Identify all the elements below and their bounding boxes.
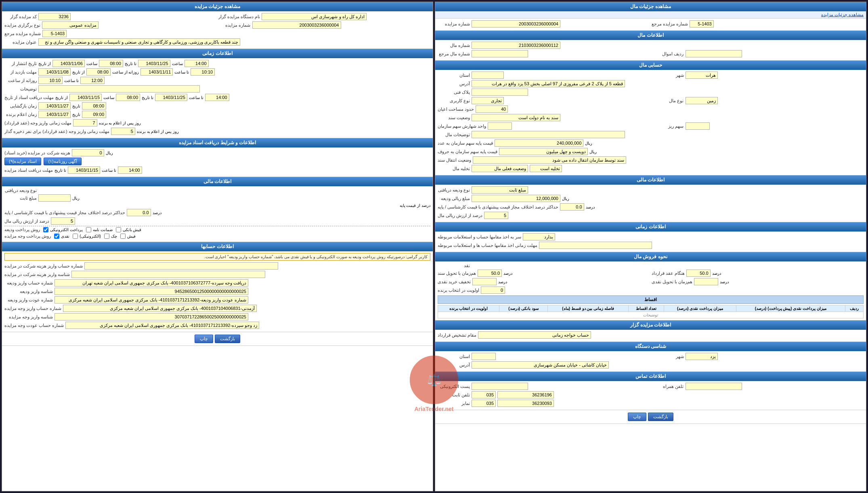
hakam-input[interactable] — [560, 203, 584, 211]
auction-ref-input[interactable] — [690, 20, 714, 27]
mablagh-input[interactable] — [472, 195, 560, 202]
ostad-button[interactable]: استاد مزایده(۹) — [4, 158, 41, 165]
price-base-input[interactable] — [495, 139, 583, 147]
agency-name-input[interactable] — [262, 13, 367, 20]
tarikh-mohlat-from[interactable] — [38, 68, 71, 76]
darsad-arze-input[interactable] — [51, 217, 75, 225]
right-print-button[interactable]: چاپ — [195, 335, 213, 343]
left-print-button[interactable]: چاپ — [628, 413, 646, 421]
tahvil-naghdi-input[interactable] — [694, 278, 718, 285]
namar-input[interactable] — [497, 400, 554, 407]
zaman-eelam-date[interactable] — [38, 111, 71, 118]
namar-code-input[interactable] — [472, 400, 496, 407]
zaman-bargozari-time[interactable] — [82, 102, 106, 110]
ostan-kar-input[interactable] — [472, 353, 496, 360]
hakam-right-input[interactable] — [127, 209, 151, 216]
right-back-button[interactable]: بازگشت — [215, 335, 240, 343]
saat-enteshar-from[interactable] — [99, 60, 123, 67]
auction-type-input[interactable] — [42, 21, 99, 29]
post-elec-input[interactable] — [472, 383, 528, 390]
tell-sabt-input[interactable] — [497, 391, 554, 398]
sahm-sazman-input[interactable] — [488, 122, 512, 130]
pardakht-wajh-electronic-check[interactable] — [73, 234, 78, 239]
vaziat-transfer-input[interactable] — [473, 156, 626, 164]
hesab1-input[interactable] — [84, 262, 278, 270]
ostan-kar-label: استان — [438, 354, 470, 359]
mohlat-variz-input[interactable] — [73, 119, 97, 126]
right-auction-ref-input[interactable] — [42, 30, 67, 37]
nooe-vazife-input[interactable] — [472, 186, 528, 194]
tahliye-input2[interactable] — [530, 165, 562, 172]
agahi-button[interactable]: آگهی روزنامه(۱) — [44, 158, 81, 165]
ref-number-input[interactable] — [472, 20, 560, 27]
saat-enteshar-to[interactable] — [185, 60, 209, 67]
pardakht-fish-check[interactable] — [116, 227, 121, 232]
tahvil-sanad-input[interactable] — [478, 270, 502, 277]
shenase-input[interactable] — [478, 331, 591, 339]
zaman-bargozari-date[interactable] — [38, 102, 71, 110]
breadcrumb-link[interactable]: مشاهده جزئیات مزایده — [821, 12, 864, 17]
pardakht-wajh-check-checkbox[interactable] — [104, 234, 109, 239]
naghd-label: نقد — [438, 263, 470, 268]
hangoam-input[interactable] — [686, 270, 711, 277]
tarikh-mohlat-to[interactable] — [140, 68, 173, 76]
hodood-input[interactable] — [476, 105, 508, 113]
nooe-karbar-input[interactable] — [472, 97, 504, 104]
mohlat-dariyaft2-date[interactable] — [68, 166, 100, 174]
mablagh-sabt-input[interactable] — [38, 194, 71, 202]
tarikh-dariyaft-from[interactable] — [69, 94, 102, 101]
mohlat-input[interactable] — [539, 242, 652, 249]
darsad-from-input[interactable] — [484, 212, 508, 219]
hesab2-input[interactable] — [55, 279, 248, 287]
tell-sabt-code-input[interactable] — [472, 391, 496, 398]
tosih-right-input[interactable] — [38, 85, 200, 93]
nooe-mal-input[interactable] — [686, 97, 718, 104]
pardakht-wajh-naghd-check[interactable] — [54, 234, 59, 239]
shenase2-input[interactable] — [55, 288, 248, 295]
auction-subject-input[interactable] — [38, 38, 240, 46]
rozane-to[interactable] — [80, 77, 105, 84]
address-input[interactable] — [472, 80, 625, 87]
left-back-button[interactable]: بازگشت — [648, 413, 673, 421]
shenase4-input[interactable] — [55, 313, 248, 320]
mohlat-variz-unit: روز پس از اعلام به برنده — [99, 121, 141, 125]
pardakht-wajh-fish-check[interactable] — [120, 234, 126, 239]
hesab3-input[interactable] — [55, 296, 248, 303]
rozane-from[interactable] — [38, 77, 63, 84]
saat-dariyaft-from[interactable] — [116, 94, 140, 101]
right-auction-number-input[interactable] — [252, 21, 341, 29]
hazine-input[interactable] — [72, 149, 104, 156]
price-base-text-input[interactable] — [499, 148, 588, 155]
mal-marja-input[interactable] — [472, 50, 528, 57]
saat-dariyaft-to[interactable] — [205, 94, 229, 101]
hesab-bar-input[interactable] — [523, 233, 555, 240]
mohlat-dariyaft2-time[interactable] — [118, 166, 142, 174]
vaziat-sanad-input[interactable] — [472, 114, 560, 121]
pelak-fanny-input[interactable] — [472, 88, 528, 96]
auction-code-input[interactable] — [38, 13, 71, 20]
mohlat-vagheye-input[interactable] — [111, 128, 135, 135]
saat-mohlat-from[interactable] — [86, 68, 111, 76]
shahr-input[interactable] — [686, 72, 718, 79]
revardi-input[interactable] — [686, 50, 742, 57]
avoliat-input[interactable] — [481, 287, 505, 294]
hesab4-input[interactable] — [63, 305, 257, 312]
shenase1-input[interactable] — [71, 271, 265, 278]
tell-hamrah-input[interactable] — [686, 383, 742, 390]
tosih-input[interactable] — [472, 131, 625, 138]
sahm-riz-input[interactable] — [686, 122, 710, 130]
ostan-input[interactable] — [472, 72, 504, 79]
zaman-eelam-time[interactable] — [82, 111, 106, 118]
tarikh-dariyaft-to[interactable] — [155, 94, 187, 101]
saat-mohlat-to[interactable] — [191, 68, 215, 76]
pardakht-electronic-check[interactable] — [43, 227, 48, 232]
tarikh-enteshar-to[interactable] — [138, 60, 170, 67]
mal-number-input[interactable] — [472, 42, 560, 49]
tahliye-input[interactable] — [472, 165, 528, 172]
pardakht-check-checkbox[interactable] — [86, 227, 91, 232]
tarikh-enteshar-from[interactable] — [52, 60, 85, 67]
hesab5-input[interactable] — [65, 322, 259, 329]
takhfif-kharid-input[interactable] — [472, 278, 497, 285]
address-kar-input[interactable] — [472, 361, 609, 369]
shahr-kar-input[interactable] — [686, 353, 718, 360]
